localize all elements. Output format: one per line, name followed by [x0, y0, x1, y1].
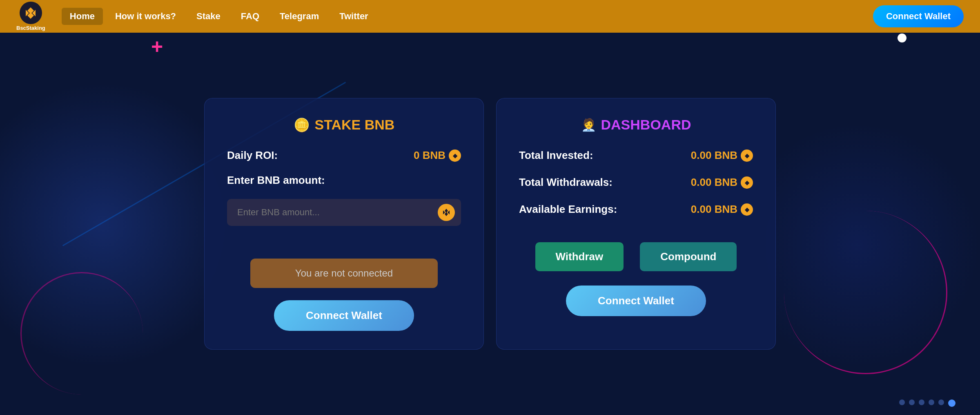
total-invested-label: Total Invested:: [519, 149, 593, 162]
circle-decoration: [898, 33, 906, 42]
compound-button[interactable]: Compound: [640, 242, 737, 271]
nav-links: Home How it works? Stake FAQ Telegram Tw…: [62, 8, 873, 25]
nav-twitter[interactable]: Twitter: [331, 8, 376, 25]
dashboard-card: 🧑‍💼 DASHBOARD Total Invested: 0.00 BNB ◆…: [496, 98, 776, 350]
stake-bnb-title: 🪙 STAKE BNB: [227, 117, 461, 133]
logo-text: BscStaking: [16, 25, 45, 31]
pagination-dot-5[interactable]: [938, 399, 944, 405]
cards-container: 🪙 STAKE BNB Daily ROI: 0 BNB ◆ Enter BNB…: [204, 98, 776, 350]
total-invested-value: 0.00 BNB ◆: [691, 149, 753, 162]
dashboard-title: 🧑‍💼 DASHBOARD: [519, 117, 753, 133]
withdraw-button[interactable]: Withdraw: [535, 242, 624, 271]
dashboard-actions: Withdraw Compound: [519, 242, 753, 271]
available-earnings-value: 0.00 BNB ◆: [691, 203, 753, 216]
svg-marker-6: [443, 210, 445, 214]
bnb-coin-icon: 🪙: [294, 117, 310, 133]
nav-home[interactable]: Home: [62, 8, 103, 25]
pagination-dot-6-active[interactable]: [948, 399, 956, 407]
total-withdrawals-value: 0.00 BNB ◆: [691, 176, 753, 189]
pagination-dot-1[interactable]: [899, 399, 905, 405]
available-earnings-label: Available Earnings:: [519, 203, 617, 216]
enter-amount-row: Enter BNB amount:: [227, 174, 461, 187]
pagination-dot-3[interactable]: [919, 399, 924, 405]
total-withdrawals-coin-icon: ◆: [741, 176, 753, 189]
total-invested-row: Total Invested: 0.00 BNB ◆: [519, 149, 753, 162]
navbar: BscStaking Home How it works? Stake FAQ …: [0, 0, 980, 33]
daily-roi-label: Daily ROI:: [227, 149, 278, 162]
available-earnings-row: Available Earnings: 0.00 BNB ◆: [519, 203, 753, 216]
nav-telegram[interactable]: Telegram: [272, 8, 327, 25]
bnb-input-wrapper: [227, 199, 461, 226]
svg-marker-5: [445, 212, 448, 216]
nav-stake[interactable]: Stake: [188, 8, 229, 25]
pagination-dot-4[interactable]: [929, 399, 934, 405]
not-connected-label: You are not connected: [250, 259, 437, 288]
bnb-amount-input[interactable]: [227, 199, 461, 226]
daily-roi-row: Daily ROI: 0 BNB ◆: [227, 149, 461, 162]
total-withdrawals-row: Total Withdrawals: 0.00 BNB ◆: [519, 176, 753, 189]
stake-connect-wallet-button[interactable]: Connect Wallet: [274, 300, 414, 331]
svg-marker-7: [448, 210, 450, 214]
bnb-coin-small-icon: ◆: [449, 149, 461, 162]
bnb-input-coin-icon: [438, 204, 455, 221]
logo-area[interactable]: BscStaking: [16, 2, 45, 31]
available-earnings-coin-icon: ◆: [741, 203, 753, 216]
plus-decoration-icon: +: [151, 35, 163, 58]
total-withdrawals-label: Total Withdrawals:: [519, 176, 612, 189]
pagination-dots: [899, 399, 956, 407]
stake-bnb-card: 🪙 STAKE BNB Daily ROI: 0 BNB ◆ Enter BNB…: [204, 98, 484, 350]
logo-icon: [20, 2, 42, 24]
dashboard-person-icon: 🧑‍💼: [581, 118, 596, 132]
dashboard-connect-wallet-button[interactable]: Connect Wallet: [566, 286, 706, 316]
main-content: 🪙 STAKE BNB Daily ROI: 0 BNB ◆ Enter BNB…: [0, 33, 980, 415]
pagination-dot-2[interactable]: [909, 399, 915, 405]
daily-roi-value: 0 BNB ◆: [414, 149, 461, 162]
total-invested-coin-icon: ◆: [741, 149, 753, 162]
nav-how-it-works[interactable]: How it works?: [107, 8, 184, 25]
connect-wallet-header-button[interactable]: Connect Wallet: [873, 5, 964, 27]
nav-faq[interactable]: FAQ: [233, 8, 267, 25]
enter-amount-label: Enter BNB amount:: [227, 174, 325, 187]
